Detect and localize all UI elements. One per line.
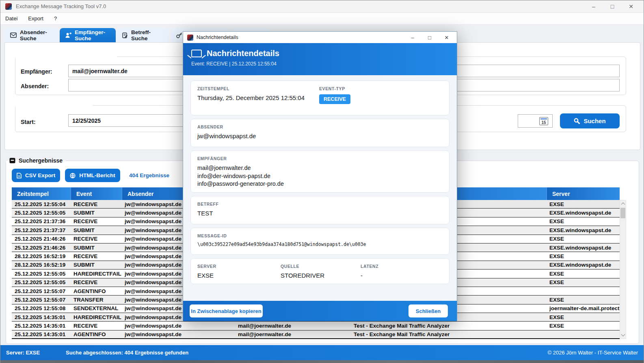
search-button[interactable]: Suchen (560, 113, 620, 128)
recipient-icon (65, 33, 71, 38)
menu-datei[interactable]: Datei (5, 15, 17, 22)
table-cell: EXSE (547, 313, 620, 321)
table-cell: Test - Exchange Mail Traffic Analyzer (351, 330, 547, 338)
table-cell: 28.12.2025 16:52:19 (12, 261, 71, 269)
tab-label: Empfänger-Suche (75, 29, 110, 41)
html-report-button[interactable]: HTML-Bericht (65, 169, 120, 182)
empfaenger-label: EMPFÄNGER (197, 156, 443, 161)
minimize-button[interactable]: – (584, 0, 603, 12)
table-row[interactable]: 25.12.2025 14:35:01RECEIVEjw@windowspaps… (12, 322, 620, 330)
table-cell: mail@joernwalter.de (235, 330, 351, 338)
scrollbar-thumb[interactable] (620, 208, 625, 218)
table-cell: jw@windowspapst.de (122, 322, 235, 330)
quelle-value: STOREDRIVER (281, 272, 361, 279)
magnifier-icon (574, 118, 580, 124)
dialog-body: ZEITSTEMPEL Thursday, 25. December 2025 … (183, 75, 457, 301)
menu-help[interactable]: ? (54, 15, 57, 22)
table-cell: EXSE (547, 296, 620, 304)
table-cell: 28.12.2025 16:52:19 (12, 252, 71, 260)
table-cell: AGENTINFO (71, 330, 122, 338)
scroll-up-icon[interactable] (620, 200, 626, 207)
card-server-quelle-latenz: SERVER EXSE QUELLE STOREDRIVER LATENZ - (190, 258, 450, 284)
table-cell: RECEIVE (71, 217, 122, 226)
vertical-scrollbar[interactable] (620, 200, 626, 339)
table-cell: 25.12.2025 14:35:01 (12, 322, 71, 330)
column-header-server[interactable]: Server (547, 187, 620, 200)
dialog-title: Nachrichtendetails (197, 35, 238, 40)
csv-export-button[interactable]: CSV Export (12, 169, 60, 182)
table-cell: joernwalter-de.mail.protecti (547, 304, 620, 313)
tab-label: Betreff-Suche (131, 29, 163, 41)
document-pencil-icon (122, 33, 128, 38)
message-id-value: \u003c395227e09ad54e93b9daa374a180d751@w… (197, 241, 443, 247)
empfaenger-values: mail@joernwalter.de info@der-windows-pap… (197, 164, 443, 188)
scroll-down-icon[interactable] (620, 332, 626, 339)
sender-label: Absender: (21, 83, 49, 89)
table-cell: EXSE (547, 217, 620, 226)
table-row[interactable]: 25.12.2025 14:35:01AGENTINFOjw@windowspa… (12, 330, 620, 339)
statusbar: Server: EXSE Suche abgeschlossen: 404 Er… (0, 345, 644, 360)
table-cell: SENDEXTERNAL (71, 304, 122, 313)
table-cell: 25.12.2025 12:55:07 (12, 296, 71, 304)
menu-export[interactable]: Export (28, 15, 43, 22)
latenz-value: - (361, 272, 378, 279)
status-message: Suche abgeschlossen: 404 Ergebnisse gefu… (66, 350, 188, 356)
app-logo-icon (5, 3, 12, 10)
tab-betreff-suche[interactable]: Betreff-Suche (117, 28, 169, 42)
table-cell (547, 330, 620, 338)
tab-absender-suche[interactable]: Absender-Suche (4, 28, 59, 42)
results-legend: Suchergebnisse (6, 157, 66, 164)
titlebar: Exchange Message Tracking Tool v7.0 – □ … (0, 0, 644, 13)
card-absender: ABSENDER jw@windowspapst.de (190, 119, 450, 147)
quelle-label: QUELLE (281, 264, 361, 269)
table-cell: EXSE.windowspapst.de (547, 209, 620, 217)
results-title: Suchergebnisse (19, 157, 63, 164)
table-cell: AGENTINFO (71, 287, 122, 295)
table-cell: 25.12.2025 14:35:01 (12, 330, 71, 338)
dialog-close-button[interactable]: ✕ (438, 32, 455, 43)
dialog-header: Nachrichtendetails Event: RECEIVE | 25.1… (183, 43, 457, 75)
status-copyright: © 2026 Jörn Walter - IT-Service Walter (548, 350, 638, 356)
table-cell: RECEIVE (71, 278, 122, 287)
csv-export-label: CSV Export (25, 172, 55, 178)
card-message-id: MESSAGE-ID \u003c395227e09ad54e93b9daa37… (190, 228, 450, 255)
table-cell: 25.12.2025 12:55:05 (12, 270, 71, 278)
key-icon (176, 33, 182, 38)
table-cell: RECEIVE (71, 235, 122, 243)
table-cell (547, 287, 620, 295)
dialog-minimize-button[interactable]: – (404, 32, 421, 43)
table-cell: EXSE (547, 252, 620, 260)
betreff-label: BETREFF (197, 202, 443, 206)
table-cell: 25.12.2025 12:55:07 (12, 287, 71, 295)
search-button-label: Suchen (583, 117, 605, 124)
table-cell: RECEIVE (71, 322, 122, 330)
server-label: SERVER (197, 264, 281, 269)
calendar-icon[interactable]: 15 (539, 117, 548, 125)
table-cell: 25.12.2025 21:46:26 (12, 235, 71, 243)
card-zeitstempel: ZEITSTEMPEL Thursday, 25. December 2025 … (190, 80, 450, 115)
table-cell: EXSE (547, 270, 620, 278)
close-dialog-button[interactable]: Schließen (408, 304, 448, 317)
card-empfaenger: EMPFÄNGER mail@joernwalter.de info@der-w… (190, 150, 450, 193)
table-cell: HAREDIRECTFAIL (71, 270, 122, 278)
column-header-zeitstempel[interactable]: Zeitstempel (12, 187, 71, 200)
table-cell: EXSE (547, 235, 620, 243)
close-button[interactable]: ✕ (622, 0, 640, 12)
table-cell: 25.12.2025 12:55:08 (12, 304, 71, 313)
table-cell: EXSE.windowspapst.de (547, 261, 620, 269)
maximize-button[interactable]: □ (603, 0, 622, 12)
table-cell: RECEIVE (71, 200, 122, 208)
envelope-box-icon (10, 33, 17, 38)
table-cell: 25.12.2025 21:37:36 (12, 217, 71, 226)
message-id-label: MESSAGE-ID (197, 233, 443, 238)
end-date-picker[interactable]: 15 (518, 114, 553, 128)
table-cell: 25.12.2025 21:37:37 (12, 226, 71, 234)
dialog-header-subtitle: Event: RECEIVE | 25.12.2025 12:55:04 (191, 61, 449, 67)
tab-empfaenger-suche[interactable]: Empfänger-Suche (60, 28, 116, 42)
dialog-maximize-button[interactable]: □ (421, 32, 438, 43)
table-cell: jw@windowspapst.de (122, 330, 235, 338)
copy-to-clipboard-button[interactable]: In Zwischenablage kopieren (190, 304, 263, 317)
column-header-event[interactable]: Event (71, 187, 122, 200)
table-cell: EXSE (547, 278, 620, 287)
start-label: Start: (21, 119, 36, 125)
